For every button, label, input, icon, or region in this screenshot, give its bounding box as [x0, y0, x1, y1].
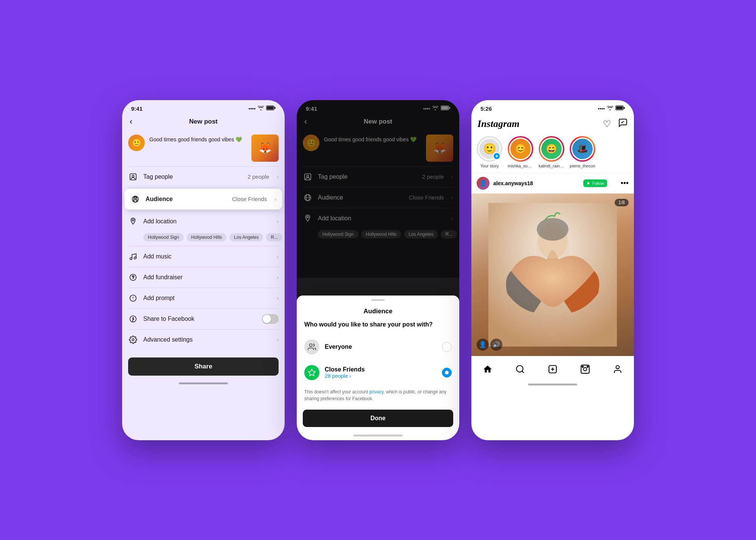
- menu-item-fundraiser-1[interactable]: Add fundraiser ›: [122, 267, 285, 288]
- wifi-icon-3: [607, 106, 613, 111]
- your-story-label: Your story: [480, 164, 499, 168]
- privacy-link[interactable]: privacy: [369, 389, 383, 395]
- search-nav-icon[interactable]: [512, 361, 528, 378]
- status-bar-3: 5:26 ▪▪▪▪: [471, 100, 634, 115]
- messenger-icon[interactable]: [618, 118, 628, 130]
- svg-point-36: [516, 365, 523, 372]
- menu-item-music-1[interactable]: Add music ›: [122, 246, 285, 267]
- svg-point-10: [130, 257, 132, 260]
- phone-2: 9:41 ▪▪▪▪ ‹ New post 🙂 Good times good f…: [297, 100, 459, 440]
- svg-point-41: [584, 367, 587, 371]
- user-avatar-1: 🙂: [128, 135, 145, 151]
- close-friends-icon: [304, 365, 319, 380]
- location-tag-los-angeles[interactable]: Los Angeles: [229, 233, 263, 241]
- sheet-home-indicator: [353, 435, 403, 436]
- post-caption-1[interactable]: Good times good friends good vibes 💚: [149, 135, 247, 144]
- stories-row: 🙂 + Your story 😊 mishka_songs 😄 kalindi_…: [471, 133, 634, 173]
- location-icon-2: [303, 214, 313, 223]
- story-item-mishka[interactable]: 😊 mishka_songs: [508, 136, 533, 168]
- svg-point-44: [616, 365, 620, 369]
- menu-item-audience-1[interactable]: Audience Close Friends ›: [124, 189, 282, 209]
- post-thumbnail-1: 🦊: [251, 135, 279, 162]
- close-friends-sub[interactable]: 28 people ›: [325, 373, 437, 379]
- signal-icon-3: ▪▪▪▪: [598, 106, 605, 111]
- time-3: 5:26: [480, 105, 492, 112]
- svg-marker-28: [308, 369, 315, 375]
- location-chevron-2: ›: [451, 215, 453, 221]
- svg-point-35: [537, 218, 569, 241]
- svg-point-16: [130, 316, 136, 322]
- phone-3: 5:26 ▪▪▪▪ Instagram ♡: [471, 100, 634, 440]
- close-friends-radio[interactable]: [442, 368, 452, 378]
- location-tag-2-hs[interactable]: Hollywood Sign: [318, 230, 358, 238]
- facebook-toggle-1[interactable]: [262, 314, 279, 324]
- menu-item-location-1[interactable]: Add location ›: [122, 211, 285, 232]
- feed-post-avatar: 👤: [477, 177, 490, 190]
- feed-sound-icon[interactable]: 🔊: [490, 339, 502, 351]
- profile-nav-icon[interactable]: [609, 361, 626, 378]
- audience-icon-2: [303, 193, 313, 203]
- story-item-pierre[interactable]: 🎩 pierre_thecon: [570, 136, 595, 168]
- sheet-handle: [371, 299, 385, 301]
- create-nav-icon[interactable]: [544, 361, 561, 378]
- pierre-avatar: 🎩: [571, 138, 594, 160]
- menu-item-tag-people-1[interactable]: Tag people 2 people ›: [122, 167, 285, 187]
- location-tag-hollywood-sign[interactable]: Hollywood Sign: [143, 233, 184, 241]
- location-tag-2-hh[interactable]: Hollywood Hills: [361, 230, 401, 238]
- home-indicator-3: [528, 384, 577, 385]
- kalindi-avatar: 😄: [540, 138, 563, 160]
- post-caption-2[interactable]: Good times good friends good vibes 💚: [324, 135, 421, 144]
- time-2: 9:41: [306, 105, 317, 112]
- add-story-plus: +: [493, 152, 500, 160]
- menu-item-prompt-1[interactable]: Add prompt ›: [122, 288, 285, 308]
- menu-item-facebook-1[interactable]: Share to Facebook: [122, 309, 285, 329]
- feed-username[interactable]: alex.anyways18: [493, 180, 579, 186]
- everyone-radio[interactable]: [442, 342, 452, 352]
- story-item-yours[interactable]: 🙂 + Your story: [477, 136, 502, 168]
- location-tag-hollywood-hills[interactable]: Hollywood Hills: [187, 233, 226, 241]
- done-button[interactable]: Done: [303, 410, 453, 427]
- nav-bar-2: ‹ New post: [297, 115, 459, 130]
- prompt-icon-1: [128, 293, 138, 303]
- menu-item-location-2[interactable]: Add location ›: [297, 208, 459, 229]
- share-button-1[interactable]: Share: [128, 357, 279, 376]
- location-tag-r[interactable]: R...: [266, 233, 282, 241]
- facebook-toggle-container-1: [262, 314, 279, 324]
- wifi-icon-1: [258, 106, 264, 111]
- music-label-1: Add music: [143, 253, 269, 260]
- back-button-2[interactable]: ‹: [304, 117, 307, 127]
- location-tag-2-la[interactable]: Los Angeles: [404, 230, 438, 238]
- status-icons-1: ▪▪▪▪: [249, 105, 276, 111]
- feed-image-svg: [488, 203, 617, 347]
- fundraiser-icon-1: [128, 272, 138, 282]
- kalindi-ring: 😄: [539, 136, 564, 162]
- reels-nav-icon[interactable]: [577, 361, 593, 378]
- home-nav-icon[interactable]: [479, 361, 496, 378]
- heart-icon[interactable]: ♡: [603, 119, 611, 129]
- audience-option-everyone[interactable]: Everyone: [297, 334, 459, 360]
- battery-icon-1: [266, 105, 276, 111]
- audience-chevron-1: ›: [274, 196, 276, 202]
- story-item-kalindi[interactable]: 😄 kalindi_rainb...: [539, 136, 564, 168]
- advanced-label-1: Advanced settings: [143, 336, 269, 343]
- audience-value-2: Close Friends: [409, 194, 444, 201]
- feed-more-icon[interactable]: •••: [621, 179, 629, 187]
- status-bar-2: 9:41 ▪▪▪▪: [297, 100, 459, 115]
- menu-item-tag-people-2[interactable]: Tag people 2 people ›: [297, 167, 459, 187]
- kalindi-name: kalindi_rainb...: [539, 164, 564, 168]
- svg-point-43: [587, 366, 588, 367]
- facebook-label-1: Share to Facebook: [143, 316, 257, 322]
- sheet-note: This doesn't affect your account privacy…: [297, 385, 459, 408]
- page-title-1: New post: [189, 118, 218, 125]
- tag-label-1: Tag people: [143, 173, 242, 180]
- audience-option-close-friends[interactable]: Close Friends 28 people ›: [297, 360, 459, 385]
- back-button-1[interactable]: ‹: [130, 117, 132, 127]
- settings-icon-1: [128, 335, 138, 345]
- tag-chevron-1: ›: [277, 174, 279, 180]
- svg-rect-19: [449, 107, 450, 109]
- menu-item-audience-2[interactable]: Audience Close Friends ›: [297, 187, 459, 208]
- svg-point-4: [132, 175, 134, 177]
- phones-container: 9:41 ▪▪▪▪ ‹ New post 🙂 Good times good f…: [122, 100, 634, 440]
- menu-item-advanced-1[interactable]: Advanced settings ›: [122, 330, 285, 350]
- location-tag-2-r[interactable]: R...: [441, 230, 457, 238]
